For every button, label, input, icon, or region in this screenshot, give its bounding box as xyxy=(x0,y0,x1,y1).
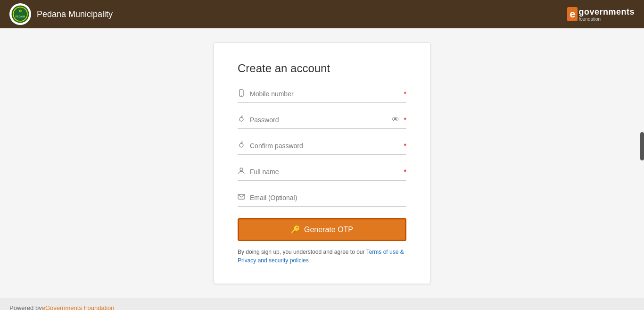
fullname-input[interactable] xyxy=(250,166,401,177)
mobile-required: * xyxy=(404,90,406,98)
fullname-field-wrapper: * xyxy=(238,166,406,181)
card-title: Create an account xyxy=(238,62,406,75)
generate-otp-label: Generate OTP xyxy=(304,226,353,234)
main-content: Create an account * 👁 xyxy=(0,28,644,298)
create-account-card: Create an account * 👁 xyxy=(214,42,430,284)
egovt-e-letter: e xyxy=(567,7,578,21)
fullname-icon xyxy=(238,167,245,176)
password-field-wrapper: 👁 * xyxy=(238,114,406,129)
fullname-required: * xyxy=(404,168,406,176)
password-input[interactable] xyxy=(250,114,392,126)
email-field-wrapper xyxy=(238,192,406,207)
confirm-password-input[interactable] xyxy=(250,140,401,151)
egovt-logo: e governments foundation xyxy=(567,7,635,22)
password-icon xyxy=(238,115,245,125)
email-input[interactable] xyxy=(250,192,406,203)
svg-point-6 xyxy=(239,117,243,121)
scrollbar-indicator[interactable] xyxy=(640,132,644,160)
svg-point-0 xyxy=(11,5,29,23)
footer-egovt-link[interactable]: eGovernments Foundation xyxy=(42,304,115,310)
egovt-governments-text: governments xyxy=(578,7,635,17)
app-header: ⚙ PEDANA Pedana Municipality e governmen… xyxy=(0,0,644,28)
svg-text:⚙: ⚙ xyxy=(19,9,22,13)
confirm-password-required: * xyxy=(404,142,406,150)
confirm-password-icon xyxy=(238,141,245,151)
mobile-input[interactable] xyxy=(250,88,401,100)
email-icon xyxy=(238,193,245,202)
mobile-icon xyxy=(238,89,245,99)
confirm-password-field-wrapper: * xyxy=(238,140,406,155)
municipality-logo: ⚙ PEDANA xyxy=(9,3,31,25)
password-eye-icon[interactable]: 👁 xyxy=(392,116,399,124)
svg-point-5 xyxy=(241,95,242,96)
terms-prefix: By doing sign up, you understood and agr… xyxy=(238,249,366,255)
mobile-field-wrapper: * xyxy=(238,88,406,103)
app-footer: Powered by eGovernments Foundation xyxy=(0,298,644,310)
terms-text: By doing sign up, you understood and agr… xyxy=(238,248,406,265)
privacy-policy-link[interactable]: Privacy and security policies xyxy=(238,257,309,264)
egovt-text-wrapper: governments foundation xyxy=(578,7,635,22)
egovt-foundation-text: foundation xyxy=(578,17,635,22)
password-required: * xyxy=(404,116,406,124)
footer-powered-by: Powered by xyxy=(9,304,42,310)
svg-text:PEDANA: PEDANA xyxy=(16,15,25,18)
svg-point-12 xyxy=(240,168,243,171)
svg-point-9 xyxy=(239,143,243,147)
generate-otp-button[interactable]: 🔑 Generate OTP xyxy=(238,218,406,241)
header-title: Pedana Municipality xyxy=(37,9,113,19)
header-left: ⚙ PEDANA Pedana Municipality xyxy=(9,3,113,25)
otp-key-icon: 🔑 xyxy=(291,225,300,234)
terms-of-use-link[interactable]: Terms of use & xyxy=(366,249,404,255)
